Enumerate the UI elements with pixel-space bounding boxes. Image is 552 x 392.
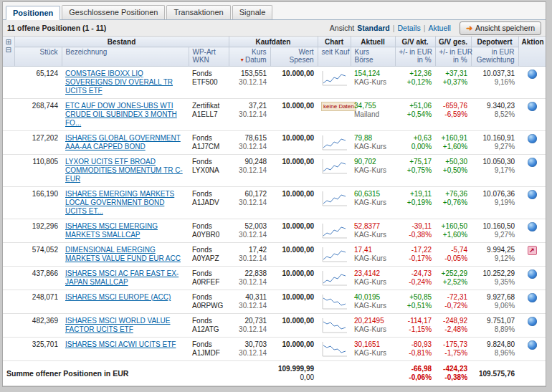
table-row: 248,071 ISHARES MSCI EUROPE (ACC) Fonds … — [3, 290, 546, 314]
separator: | — [424, 24, 426, 32]
bezeichnung-cell: ISHARES MSCI AC FAR EAST EX-JAPAN SMALLC… — [62, 267, 189, 290]
depotwert-cell: 9.927,68 9,06% — [471, 290, 518, 314]
order-icon[interactable] — [528, 340, 537, 350]
wert-cell: 10.000,00 — [270, 267, 318, 290]
position-link[interactable]: ISHARES MSCI WORLD VALUE FACTOR UCITS ET… — [65, 317, 185, 334]
aktion-cell: ↗ — [518, 219, 546, 243]
depotwert-cell: 10.160,50 9,27% — [471, 219, 518, 243]
position-link[interactable]: ISHARES MSCI AC FAR EAST EX-JAPAN SMALLC… — [65, 269, 185, 287]
chart-cell[interactable]: keine Daten — [318, 99, 351, 131]
sum-row: Summe offener Positionen in EUR 109.999,… — [3, 361, 546, 386]
view-aktuell[interactable]: Aktuell — [428, 24, 451, 32]
stueck-cell: 268,744 — [14, 99, 62, 131]
order-icon[interactable] — [528, 134, 537, 143]
row-spacer — [3, 243, 14, 267]
chart-cell[interactable] — [318, 243, 351, 267]
col-header-wpart-wkn: WP-Art WKN — [189, 47, 229, 67]
position-link[interactable]: ISHARES GLOBAL GOVERNMENT AAA-AA CAPPED … — [65, 134, 185, 151]
position-link[interactable]: ISHARES MSCI ACWI UCITS ETF — [65, 340, 176, 349]
sell-signal-icon[interactable]: ↗ — [528, 246, 537, 255]
exchange-label: KAG-Kurs — [354, 199, 391, 207]
col-header-gv-ges: +/- in EUR in % — [435, 47, 471, 67]
position-link[interactable]: LYXOR UCITS ETF BROAD COMMODITIES MOMENT… — [65, 158, 185, 183]
tab-positionen[interactable]: Positionen — [6, 6, 60, 20]
col-group-aktion: Aktion — [518, 37, 546, 67]
stueck-cell: 192,296 — [14, 219, 62, 243]
col-group-bestand: Bestand — [14, 37, 229, 47]
wert-cell: 10.000,00 — [270, 290, 318, 314]
col-header-seit-kauf: seit Kauf — [318, 47, 351, 67]
wert-cell: 10.000,00 — [270, 131, 318, 155]
position-link[interactable]: ETC AUF DOW JONES-UBS WTI CRUDE OIL SUBI… — [65, 102, 185, 128]
expand-all-icon[interactable]: ⊞ — [3, 38, 14, 46]
sum-wert-cell: 109.999,99 0,00 — [270, 361, 318, 386]
save-view-button[interactable]: ➜ Ansicht speichern — [460, 21, 541, 35]
aktuell-cell: 40,0195 KAG-Kurs — [351, 290, 395, 314]
chart-cell[interactable] — [318, 187, 351, 219]
view-details[interactable]: Details — [398, 24, 421, 32]
row-spacer — [3, 67, 14, 99]
wpart-cell: Fonds A12ATG — [189, 314, 229, 338]
position-link[interactable]: ISHARES EMERGING MARKETS LOCAL GOVERNMEN… — [65, 190, 185, 216]
stueck-cell: 437,866 — [14, 267, 62, 290]
aktuell-cell: 17,41 KAG-Kurs — [351, 243, 395, 267]
bezeichnung-cell: ISHARES MSCI WORLD VALUE FACTOR UCITS ET… — [62, 314, 189, 338]
aktion-cell: ↗ — [518, 338, 546, 361]
stueck-cell: 127,202 — [14, 131, 62, 155]
chart-cell[interactable] — [318, 338, 351, 361]
order-icon[interactable] — [528, 102, 537, 111]
sparkline-up-icon — [321, 158, 348, 175]
view-standard[interactable]: Standard — [357, 24, 390, 32]
sum-depotwert-cell: 109.575,76 — [471, 361, 518, 386]
chart-cell[interactable] — [318, 219, 351, 243]
row-spacer — [3, 219, 14, 243]
tab-transaktionen[interactable]: Transaktionen — [166, 5, 230, 19]
order-icon[interactable] — [528, 293, 537, 302]
order-icon[interactable] — [528, 222, 537, 231]
chart-cell[interactable] — [318, 131, 351, 155]
ansicht-label: Ansicht — [330, 24, 354, 32]
position-link[interactable]: COMSTAGE IBOXX LIQ SOVEREIGNS DIV OVERAL… — [65, 70, 185, 95]
current-price: 60,6315 — [354, 190, 380, 198]
wpart-cell: Fonds ETF500 — [189, 67, 229, 99]
tab-signale[interactable]: Signale — [232, 5, 273, 19]
kaufkurs-cell: 78,615 30.12.14 — [229, 131, 270, 155]
chart-cell[interactable] — [318, 267, 351, 290]
exchange-label: KAG-Kurs — [354, 302, 391, 310]
order-icon[interactable] — [528, 70, 537, 79]
order-icon[interactable] — [528, 317, 537, 326]
aktuell-cell: 60,6315 KAG-Kurs — [351, 187, 395, 219]
table-row: 482,369 ISHARES MSCI WORLD VALUE FACTOR … — [3, 314, 546, 338]
col-header-wert-spesen: Wert Spesen — [270, 47, 318, 67]
tab-geschlossene-positionen[interactable]: Geschlossene Positionen — [62, 5, 165, 19]
col-group-chart: Chart — [318, 37, 351, 47]
gv-akt-cell: +51,06 +0,54% — [395, 99, 435, 131]
stueck-cell: 248,071 — [14, 290, 62, 314]
sum-gv-ges-cell: -424,23 -0,38% — [435, 361, 471, 386]
col-header-bezeichnung: Bezeichnung — [62, 47, 189, 67]
wpart-cell: Fonds A0RPWG — [189, 290, 229, 314]
wpart-cell: Fonds A0RFEF — [189, 267, 229, 290]
col-header-stueck: Stück — [14, 47, 62, 67]
position-link[interactable]: ISHARES MSCI EMERGING MARKETS SMALLCAP — [65, 222, 185, 239]
kaufkurs-cell: 37,21 30.12.14 — [229, 99, 270, 131]
current-price: 30,1651 — [354, 340, 380, 348]
chart-cell[interactable] — [318, 155, 351, 187]
exchange-label: KAG-Kurs — [354, 254, 391, 263]
order-icon[interactable] — [528, 190, 537, 199]
aktuell-cell: 52,8377 KAG-Kurs — [351, 219, 395, 243]
save-view-label: Ansicht speichern — [475, 24, 535, 32]
position-link[interactable]: ISHARES MSCI EUROPE (ACC) — [65, 293, 171, 302]
view-switcher: Ansicht Standard | Details | Aktuell ➜ A… — [330, 21, 541, 35]
order-icon[interactable] — [528, 269, 537, 279]
collapse-all-icon[interactable]: ⊟ — [3, 46, 14, 54]
aktuell-cell: 79,88 KAG-Kurs — [351, 131, 395, 155]
chart-cell[interactable] — [318, 67, 351, 99]
position-link[interactable]: DIMENSIONAL EMERGING MARKETS VALUE FUND … — [65, 246, 185, 263]
col-header-kurs-datum[interactable]: Kurs ▼Datum — [229, 47, 270, 67]
table-row: 268,744 ETC AUF DOW JONES-UBS WTI CRUDE … — [3, 99, 546, 131]
chart-cell[interactable] — [318, 314, 351, 338]
aktuell-cell: 23,4142 KAG-Kurs — [351, 267, 395, 290]
order-icon[interactable] — [528, 158, 537, 167]
chart-cell[interactable] — [318, 290, 351, 314]
